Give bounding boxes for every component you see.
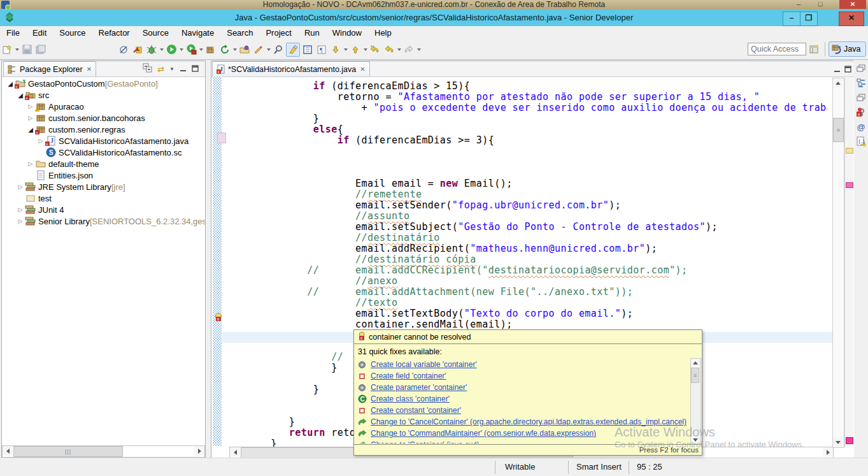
open-perspective-icon[interactable] bbox=[808, 42, 822, 56]
expand-arrow-icon[interactable]: ▷ bbox=[16, 206, 25, 213]
code-line[interactable] bbox=[229, 146, 827, 157]
menu-source-2[interactable]: Source bbox=[136, 26, 175, 40]
tree-item-senior-library[interactable]: ▷Senior Library [SENIORTOOLS_6.2.32.34,g… bbox=[2, 215, 205, 227]
code-line[interactable]: container.sendMail(email); bbox=[229, 319, 827, 330]
tree-item-test[interactable]: test bbox=[2, 192, 205, 204]
save-icon[interactable] bbox=[20, 43, 33, 56]
expand-arrow-icon[interactable]: ▷ bbox=[16, 184, 25, 190]
code-line[interactable]: if (diferencaEmDias > 15){ bbox=[229, 81, 827, 92]
quickfix-item[interactable]: Create local variable 'container' bbox=[358, 359, 689, 370]
previous-annotation-dropdown[interactable] bbox=[362, 43, 368, 56]
scroll-right-button[interactable] bbox=[194, 446, 204, 456]
quickfix-item[interactable]: Create parameter 'container' bbox=[358, 382, 689, 393]
view-menu-icon[interactable]: ▼ bbox=[169, 66, 174, 72]
new-wizard-dropdown[interactable] bbox=[14, 43, 20, 56]
run-external-tools-icon[interactable] bbox=[185, 43, 197, 56]
window-minimize-button[interactable]: – bbox=[783, 11, 800, 26]
open-task-icon[interactable] bbox=[238, 43, 251, 56]
scroll-left-button[interactable] bbox=[3, 446, 13, 456]
collapse-all-icon[interactable] bbox=[143, 63, 152, 75]
menu-search[interactable]: Search bbox=[220, 26, 259, 40]
code-line[interactable]: //assunto bbox=[229, 211, 827, 222]
generate-dropdown[interactable] bbox=[232, 43, 238, 56]
run-external-dropdown[interactable] bbox=[198, 43, 204, 56]
code-line[interactable]: email.setSubject("Gestão do Ponto - Cont… bbox=[229, 222, 827, 233]
save-all-icon[interactable] bbox=[34, 43, 47, 56]
quick-access-input[interactable] bbox=[748, 43, 806, 55]
expand-arrow-icon[interactable]: ▷ bbox=[26, 161, 35, 167]
restore-view-icon[interactable] bbox=[856, 92, 867, 103]
generate-icon[interactable] bbox=[218, 43, 231, 56]
close-icon[interactable]: ✕ bbox=[87, 66, 92, 73]
tree-item-jre-system-library[interactable]: ▷JRE System Library [jre] bbox=[2, 181, 205, 192]
quickfix-item[interactable]: Create constant 'container' bbox=[358, 405, 689, 416]
code-line[interactable]: //texto bbox=[229, 298, 827, 308]
menu-navigate[interactable]: Navigate bbox=[175, 26, 220, 40]
code-line[interactable] bbox=[229, 168, 827, 178]
quickfix-link[interactable]: Create local variable 'container' bbox=[371, 360, 477, 369]
menu-run[interactable]: Run bbox=[298, 26, 326, 40]
next-annotation-dropdown[interactable] bbox=[343, 43, 348, 56]
search-icon[interactable] bbox=[272, 43, 285, 56]
quickfix-item[interactable]: Create field 'container' bbox=[358, 370, 689, 382]
code-line[interactable]: email.setSender("fopag.ubr@unicred.com.b… bbox=[229, 200, 827, 211]
quickfix-link[interactable]: Create constant 'container' bbox=[371, 406, 461, 415]
scroll-up-button[interactable] bbox=[691, 359, 699, 367]
quickfix-link[interactable]: Create field 'container' bbox=[371, 371, 446, 380]
window-close-button[interactable]: ✕ bbox=[839, 11, 864, 26]
outline-view-icon[interactable] bbox=[856, 78, 867, 88]
quickfix-link[interactable]: Change to 'Container' (java.awt) bbox=[371, 440, 480, 444]
annotate-icon[interactable] bbox=[252, 43, 265, 56]
debug-dropdown[interactable] bbox=[159, 43, 164, 56]
link-with-editor-icon[interactable]: ⇄ bbox=[157, 64, 164, 74]
tree-item-default-theme[interactable]: ▷default-theme bbox=[2, 158, 205, 169]
quickfix-link[interactable]: Change to 'CancelContainer' (org.apache.… bbox=[371, 417, 687, 426]
new-java-project-icon[interactable] bbox=[204, 43, 217, 56]
package-explorer-hscrollbar[interactable]: ||| bbox=[2, 445, 205, 458]
tree-item-apuracao[interactable]: ▷!Apuracao bbox=[2, 101, 205, 112]
next-annotation-icon[interactable] bbox=[329, 43, 342, 56]
menu-file[interactable]: File bbox=[0, 26, 26, 40]
code-line[interactable]: //destinatário bbox=[229, 233, 827, 243]
tab-editor-file[interactable]: Jx *SCValidaHistoricoAfastamento.java ✕ bbox=[212, 61, 370, 76]
code-line[interactable]: // email.addAttachment(new File("../anex… bbox=[229, 287, 827, 298]
back-icon[interactable] bbox=[383, 43, 395, 56]
maximize-view-icon[interactable] bbox=[192, 63, 199, 75]
tree-item-scvalidahistoricoafastamento-sc[interactable]: SSCValidaHistoricoAfastamento.sc bbox=[2, 147, 205, 158]
collapse-arrow-icon[interactable]: ◢ bbox=[6, 80, 15, 87]
code-line[interactable]: email.addRecipient("matheus.henn@unicred… bbox=[229, 243, 827, 254]
code-line[interactable]: email.setTextBody("Texto do corpo do ema… bbox=[229, 308, 827, 319]
scrollbar-thumb[interactable]: ≡ bbox=[691, 368, 699, 383]
expand-arrow-icon[interactable]: ▷ bbox=[36, 138, 45, 144]
previous-annotation-icon[interactable] bbox=[349, 43, 362, 56]
quickfix-link[interactable]: Change to 'CommandMaintainer' (com.senio… bbox=[371, 429, 596, 438]
code-line[interactable]: //remetente bbox=[229, 189, 827, 200]
run-dropdown[interactable] bbox=[178, 43, 184, 56]
rdp-restore-button[interactable]: □ bbox=[812, 0, 829, 10]
java-perspective-button[interactable]: Java bbox=[829, 41, 866, 57]
rdp-minimize-button[interactable]: – bbox=[790, 0, 807, 10]
maximize-editor-icon[interactable] bbox=[844, 64, 851, 75]
menu-project[interactable]: Project bbox=[259, 26, 297, 40]
junit-icon[interactable] bbox=[131, 43, 144, 56]
show-selected-element-icon[interactable] bbox=[301, 43, 314, 56]
editor-vscrollbar[interactable]: ≡ bbox=[832, 78, 844, 448]
code-line[interactable]: //anexo bbox=[229, 276, 827, 287]
expand-arrow-icon[interactable]: ▷ bbox=[16, 218, 25, 224]
tree-item-custom-senior-bancohoras[interactable]: ▷custom.senior.bancohoras bbox=[2, 112, 205, 124]
menu-refactor[interactable]: Refactor bbox=[92, 26, 136, 40]
code-line[interactable] bbox=[229, 157, 827, 168]
javadoc-view-icon[interactable]: @ bbox=[856, 122, 867, 132]
scroll-up-button[interactable] bbox=[833, 78, 843, 88]
quickfix-bulb-error-icon[interactable]: x bbox=[213, 312, 223, 322]
menu-window[interactable]: Window bbox=[326, 26, 368, 40]
collapse-arrow-icon[interactable]: ◢ bbox=[16, 92, 25, 99]
code-line[interactable]: if (diferencaEmDias >= 3){ bbox=[229, 135, 827, 146]
skip-breakpoints-icon[interactable] bbox=[117, 43, 130, 56]
tab-package-explorer[interactable]: Package Explorer ✕ bbox=[3, 61, 96, 76]
scroll-down-button[interactable] bbox=[691, 436, 699, 444]
scroll-right-button[interactable] bbox=[823, 447, 833, 457]
quickfix-item[interactable]: Change to 'CancelContainer' (org.apache.… bbox=[358, 416, 689, 428]
collapse-arrow-icon[interactable]: ◢ bbox=[26, 126, 35, 133]
overview-marker-error[interactable] bbox=[846, 182, 853, 188]
